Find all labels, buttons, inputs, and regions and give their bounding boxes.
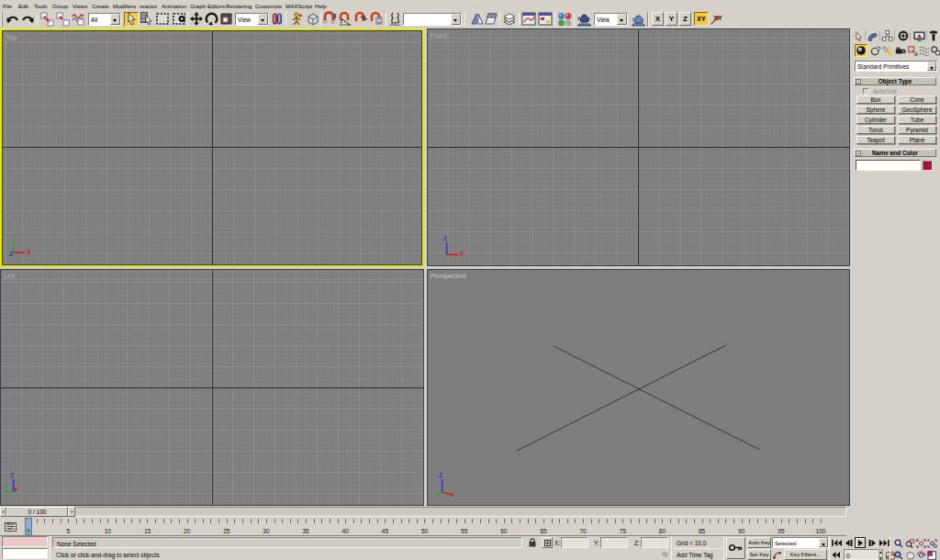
- svg-text:90: 90: [738, 528, 745, 534]
- svg-text:35: 35: [302, 528, 309, 534]
- svg-text:ABC: ABC: [390, 21, 400, 27]
- svg-text:%: %: [361, 14, 367, 22]
- svg-text:Z: Z: [9, 251, 14, 257]
- svg-text:3: 3: [332, 12, 337, 20]
- svg-text:10: 10: [105, 528, 112, 534]
- svg-text:70: 70: [579, 528, 587, 534]
- svg-text:5: 5: [66, 528, 70, 534]
- svg-text:75: 75: [620, 528, 627, 534]
- svg-text:85: 85: [699, 528, 706, 534]
- svg-text:Y: Y: [3, 483, 7, 489]
- svg-text:45: 45: [382, 528, 389, 534]
- svg-text:60: 60: [500, 528, 508, 534]
- svg-text:Z: Z: [443, 235, 448, 241]
- svg-text:95: 95: [778, 528, 785, 534]
- svg-text:25: 25: [223, 528, 230, 534]
- svg-text:80: 80: [659, 528, 666, 534]
- svg-text:100: 100: [816, 528, 826, 534]
- svg-text:20: 20: [184, 528, 191, 534]
- svg-text:30: 30: [263, 528, 270, 534]
- svg-text:55: 55: [461, 528, 468, 534]
- svg-text:Y: Y: [11, 233, 16, 240]
- svg-text:X: X: [460, 251, 464, 257]
- svg-text:50: 50: [421, 528, 429, 534]
- svg-text:X: X: [27, 249, 31, 255]
- svg-text:Z: Z: [10, 472, 15, 478]
- svg-text:40: 40: [342, 528, 350, 534]
- svg-text:15: 15: [144, 528, 151, 534]
- svg-text:65: 65: [540, 528, 547, 534]
